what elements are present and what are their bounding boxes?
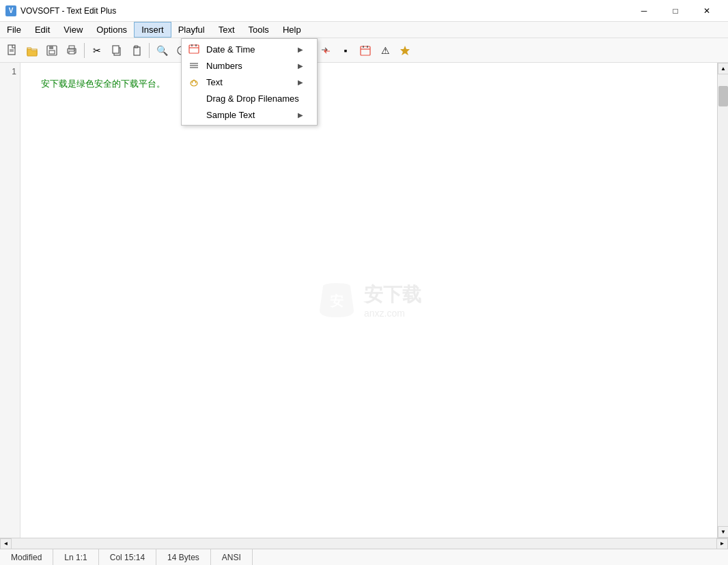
window-controls: ─ □ ✕ [628, 0, 723, 22]
svg-marker-26 [400, 46, 410, 55]
menu-edit[interactable]: Edit [28, 22, 57, 38]
watermark: 安 安下载 anxz.com [316, 280, 421, 321]
toolbar: ✂ 🔍 + ≡ ▪ ⚠ [0, 38, 728, 63]
close-button[interactable]: ✕ [691, 0, 723, 22]
numbers-icon [187, 60, 201, 71]
svg-rect-11 [113, 46, 119, 53]
replace-button[interactable] [316, 41, 335, 60]
svg-text:安: 安 [329, 293, 344, 308]
numbers-label: Numbers [206, 61, 292, 71]
svg-rect-4 [49, 46, 53, 49]
numbers-arrow: ▶ [298, 62, 303, 70]
drag-drop-icon [187, 93, 201, 104]
menu-playful[interactable]: Playful [171, 22, 212, 38]
scroll-down-button[interactable]: ▼ [718, 526, 728, 538]
menu-file[interactable]: File [0, 22, 28, 38]
cut-button[interactable]: ✂ [87, 41, 107, 60]
hscroll-right-button[interactable]: ► [716, 538, 728, 549]
menu-date-time[interactable]: Date & Time ▶ [182, 41, 317, 57]
line-numbers: 1 [0, 63, 20, 538]
text-arrow: ▶ [298, 78, 303, 86]
save-button[interactable] [42, 41, 61, 60]
sample-text-icon [187, 109, 201, 120]
star-button[interactable] [395, 41, 415, 60]
toolbar-sep-2 [149, 43, 150, 58]
menu-help[interactable]: Help [276, 22, 308, 38]
hscroll-left-button[interactable]: ◄ [0, 538, 12, 549]
minimize-button[interactable]: ─ [628, 0, 660, 22]
calendar-button[interactable] [356, 41, 375, 60]
menu-view[interactable]: View [57, 22, 89, 38]
text-label: Text [206, 77, 292, 87]
svg-rect-12 [134, 47, 140, 55]
scroll-up-button[interactable]: ▲ [718, 63, 728, 74]
warning-button[interactable]: ⚠ [376, 41, 395, 60]
svg-rect-22 [361, 46, 370, 55]
status-col: Col 15:14 [99, 549, 156, 565]
svg-rect-28 [189, 45, 199, 53]
horizontal-scrollbar[interactable]: ◄ ► [0, 538, 728, 549]
insert-dropdown: Date & Time ▶ Numbers ▶ Text ▶ Drag & Dr… [181, 38, 318, 126]
date-time-label: Date & Time [206, 44, 292, 55]
status-modified: Modified [0, 549, 53, 565]
sample-text-arrow: ▶ [298, 111, 303, 119]
app-icon: V [5, 5, 16, 16]
main-container: 1 安下载是绿色安全的下载平台。 安 安下载 anxz.com ▲ ▼ [0, 63, 728, 538]
scroll-track [718, 106, 728, 526]
menu-options[interactable]: Options [89, 22, 134, 38]
toolbar-sep-1 [84, 43, 85, 58]
menu-drag-drop[interactable]: Drag & Drop Filenames [182, 90, 317, 106]
svg-rect-7 [69, 51, 74, 54]
date-time-icon [187, 44, 201, 55]
open-button[interactable] [23, 41, 42, 60]
menu-numbers[interactable]: Numbers ▶ [182, 57, 317, 74]
menubar: File Edit View Options Insert Playful Te… [0, 22, 728, 38]
copy-button[interactable] [107, 41, 126, 60]
new-button[interactable] [3, 41, 22, 60]
text-menu-icon [187, 76, 201, 87]
menu-text[interactable]: Text [212, 22, 242, 38]
date-time-arrow: ▶ [298, 46, 303, 53]
svg-rect-5 [49, 50, 55, 54]
status-bytes: 14 Bytes [156, 549, 211, 565]
paste-button[interactable] [127, 41, 146, 60]
app-title: VOVSOFT - Text Edit Plus [20, 6, 628, 16]
editor-area[interactable]: 安下载是绿色安全的下载平台。 安 安下载 anxz.com [20, 63, 717, 538]
print-button[interactable] [62, 41, 81, 60]
menu-tools[interactable]: Tools [242, 22, 276, 38]
sample-text-label: Sample Text [206, 110, 292, 120]
drag-drop-label: Drag & Drop Filenames [206, 93, 303, 104]
menu-insert[interactable]: Insert [134, 22, 171, 38]
hscroll-track[interactable] [12, 538, 716, 549]
statusbar: Modified Ln 1:1 Col 15:14 14 Bytes ANSI [0, 549, 728, 565]
scroll-thumb[interactable] [718, 86, 728, 106]
svg-point-35 [191, 81, 197, 86]
vertical-scrollbar[interactable]: ▲ ▼ [717, 63, 728, 538]
menu-sample-text[interactable]: Sample Text ▶ [182, 106, 317, 123]
editor-content[interactable]: 安下载是绿色安全的下载平台。 [26, 66, 712, 102]
menu-text[interactable]: Text ▶ [182, 74, 317, 90]
titlebar: V VOVSOFT - Text Edit Plus ─ □ ✕ [0, 0, 728, 22]
block2-button[interactable]: ▪ [336, 41, 355, 60]
svg-point-9 [74, 49, 75, 50]
status-ln: Ln 1:1 [53, 549, 98, 565]
line-number-1: 1 [0, 66, 16, 78]
status-encoding: ANSI [211, 549, 253, 565]
line-1-content: 安下载是绿色安全的下载平台。 [41, 78, 165, 89]
watermark-text: 安下载 anxz.com [364, 282, 421, 319]
zoom-in-button[interactable]: 🔍 [152, 41, 171, 60]
maximize-button[interactable]: □ [660, 0, 691, 22]
